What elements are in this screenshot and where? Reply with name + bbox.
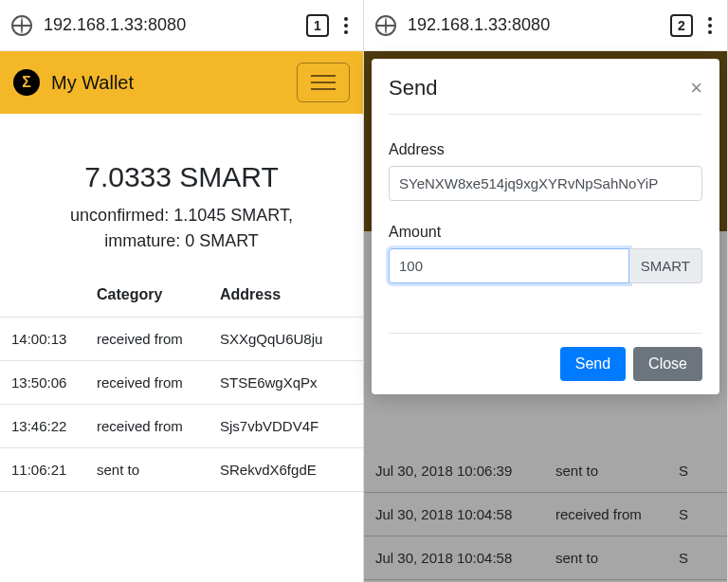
browser-chrome: 192.168.1.33:8080 2 (364, 0, 727, 51)
tab-count[interactable]: 1 (306, 14, 329, 37)
address-label: Address (389, 141, 702, 158)
kebab-menu-icon[interactable] (340, 13, 352, 38)
tx-address: Sjs7vbVDDV4F (220, 418, 352, 434)
tx-address: STSE6wgXqPx (220, 374, 352, 391)
tx-time: 13:50:06 (11, 374, 97, 391)
balance-block: 7.0333 SMART unconfirmed: 1.1045 SMART, … (0, 114, 363, 273)
amount-input[interactable] (389, 248, 629, 283)
tx-header-row: Category Address (0, 273, 363, 318)
globe-icon (11, 15, 32, 36)
modal-title: Send (389, 76, 437, 100)
table-row[interactable]: 13:50:06 received from STSE6wgXqPx (0, 361, 363, 405)
tx-time: 11:06:21 (11, 462, 97, 478)
app-title: My Wallet (51, 72, 285, 94)
close-button[interactable]: Close (633, 347, 702, 381)
tx-category: received from (97, 418, 220, 434)
app-header: Σ My Wallet (0, 51, 363, 114)
balance-main: 7.0333 SMART (9, 161, 354, 193)
table-row[interactable]: 13:46:22 received from Sjs7vbVDDV4F (0, 405, 363, 448)
tx-address: SXXgQqU6U8ju (220, 331, 352, 347)
tab-count[interactable]: 2 (670, 14, 693, 37)
wallet-body: 7.0333 SMART unconfirmed: 1.1045 SMART, … (0, 114, 363, 582)
globe-icon (375, 15, 396, 36)
table-row[interactable]: 14:00:13 received from SXXgQqU6U8ju (0, 318, 363, 361)
send-modal: Send × Address SYeNXW8xe514jq9xgXYRvNpSa… (372, 59, 719, 394)
amount-unit: SMART (629, 248, 702, 283)
hamburger-menu-button[interactable] (297, 63, 350, 102)
address-input[interactable]: SYeNXW8xe514jq9xgXYRvNpSahNoYiP (389, 166, 702, 201)
tx-address: SRekvdX6fgdE (220, 462, 352, 478)
amount-label: Amount (389, 224, 702, 241)
wallet-logo-icon: Σ (13, 69, 40, 96)
tx-time: 14:00:13 (11, 331, 97, 347)
tx-time: 13:46:22 (11, 418, 97, 434)
tx-category: received from (97, 374, 220, 391)
col-header-address: Address (220, 286, 352, 303)
right-pane: 192.168.1.33:8080 2 Jul 30, 2018 10:06:3… (364, 0, 728, 582)
close-icon[interactable]: × (690, 76, 702, 100)
balance-unconfirmed: unconfirmed: 1.1045 SMART, (9, 203, 354, 228)
table-row[interactable]: 11:06:21 sent to SRekvdX6fgdE (0, 448, 363, 492)
tx-category: received from (97, 331, 220, 347)
kebab-menu-icon[interactable] (704, 13, 716, 38)
left-pane: 192.168.1.33:8080 1 Σ My Wallet 7.0333 S… (0, 0, 364, 582)
url-text[interactable]: 192.168.1.33:8080 (44, 15, 295, 35)
tx-category: sent to (97, 462, 220, 478)
browser-chrome: 192.168.1.33:8080 1 (0, 0, 363, 51)
balance-immature: immature: 0 SMART (9, 228, 354, 254)
send-button[interactable]: Send (560, 347, 626, 381)
col-header-category: Category (97, 286, 220, 303)
modal-overlay[interactable]: Send × Address SYeNXW8xe514jq9xgXYRvNpSa… (364, 51, 727, 582)
url-text[interactable]: 192.168.1.33:8080 (408, 15, 659, 35)
